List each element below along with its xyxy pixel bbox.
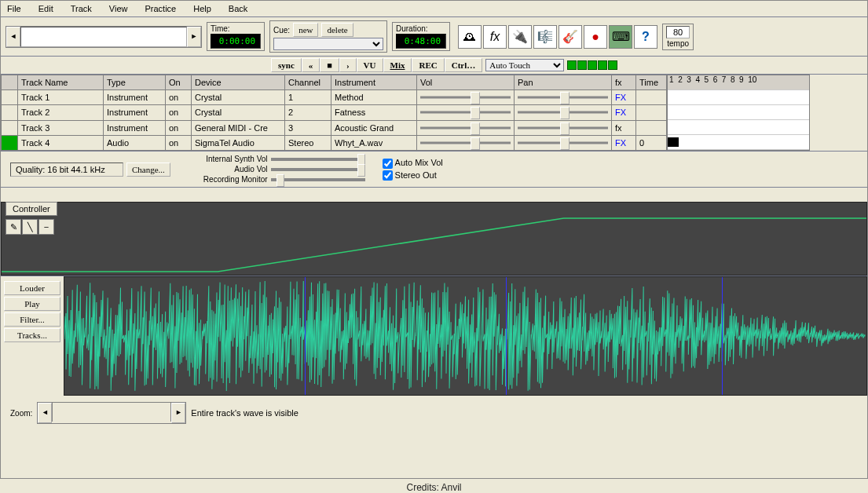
zoom-status: Entire track's wave is visible <box>191 408 298 418</box>
zoom-left-icon[interactable]: ◄ <box>38 403 52 423</box>
col-trackname[interactable]: Track Name <box>18 75 104 90</box>
automation-mode-select[interactable]: Auto Touch <box>485 59 564 71</box>
controller-canvas[interactable] <box>1 202 867 276</box>
timeline-miniview[interactable]: 1 2 3 4 5 6 7 8 9 10 <box>667 75 810 151</box>
erase-tool-icon[interactable]: − <box>38 219 54 235</box>
track-grid: Track Name Type On Device Channel Instru… <box>1 75 667 151</box>
internal-vol-label: Internal Synth Vol <box>206 155 267 163</box>
track-row[interactable]: Track 3InstrumentonGeneral MIDI - Cre3Ac… <box>2 120 667 135</box>
zoom-scrollbar[interactable]: ◄ ► <box>37 402 186 424</box>
col-instrument[interactable]: Instrument <box>331 75 417 90</box>
time-panel: Time: 0:00:00 <box>207 22 265 51</box>
rec-button[interactable]: REC <box>412 58 444 72</box>
sync-button[interactable]: sync <box>271 58 302 72</box>
automix-checkbox[interactable]: Auto Mix Vol <box>383 158 443 169</box>
col-pan[interactable]: Pan <box>515 75 612 90</box>
keyboard-icon[interactable]: ⌨ <box>609 25 632 49</box>
internal-vol-slider[interactable] <box>271 158 365 161</box>
rewind-button[interactable]: « <box>302 58 320 72</box>
quality-display: Quality: 16 bit 44.1 kHz <box>10 163 123 177</box>
fx-icon[interactable]: fx <box>483 25 507 49</box>
zoom-bar: Zoom: ◄ ► Entire track's wave is visible <box>1 396 867 430</box>
track-grid-area: Track Name Type On Device Channel Instru… <box>1 75 867 152</box>
cue-delete-button[interactable]: delete <box>321 23 353 37</box>
duration-label: Duration: <box>396 24 446 33</box>
stop-button[interactable]: ■ <box>320 58 339 72</box>
filter-button[interactable]: Filter... <box>4 312 60 327</box>
col-vol[interactable]: Vol <box>417 75 515 90</box>
menu-view[interactable]: View <box>106 2 131 15</box>
tempo-panel: 80 tempo <box>662 24 694 50</box>
credits-text: Credits: Anvil <box>0 479 868 493</box>
tempo-label: tempo <box>667 39 689 48</box>
menu-back[interactable]: Back <box>225 2 251 15</box>
zoom-label: Zoom: <box>10 409 32 418</box>
recmon-label: Recording Monitor <box>203 175 268 184</box>
cue-panel: Cue: new delete <box>269 20 387 53</box>
plug-icon[interactable]: 🔌 <box>508 25 532 49</box>
louder-button[interactable]: Louder <box>4 281 60 295</box>
col-fx[interactable]: fx <box>612 75 636 90</box>
vu-button[interactable]: VU <box>357 58 383 72</box>
mix-button[interactable]: Mix <box>383 58 412 72</box>
record-icon[interactable]: ● <box>584 25 607 49</box>
waveform-display[interactable] <box>64 276 867 396</box>
controller-tab[interactable]: Controller <box>5 202 57 216</box>
track-row[interactable]: Track 2InstrumentonCrystal2FatnessFX <box>2 105 667 120</box>
scroll-right-icon[interactable]: ► <box>187 27 201 47</box>
col-time[interactable]: Time <box>636 75 667 90</box>
duration-display: 0:48:00 <box>396 34 446 49</box>
pencil-tool-icon[interactable]: ✎ <box>5 219 21 235</box>
transport-bar: sync « ■ › VU Mix REC Ctrl… Auto Touch <box>1 57 867 75</box>
menubar: File Edit Track View Practice Help Back <box>1 1 867 17</box>
guitar-icon[interactable]: 🎸 <box>559 25 582 49</box>
track-header-row: Track Name Type On Device Channel Instru… <box>2 75 667 90</box>
play-button-wave[interactable]: Play <box>4 297 60 311</box>
waveform-panel: Louder Play Filter... Tracks... <box>1 276 867 396</box>
cue-new-button[interactable]: new <box>293 23 318 37</box>
menu-help[interactable]: Help <box>190 2 214 15</box>
time-label: Time: <box>211 24 261 33</box>
timeline-ruler: 1 2 3 4 5 6 7 8 9 10 <box>668 75 809 90</box>
menu-file[interactable]: File <box>4 2 24 15</box>
metronome-icon[interactable]: 🕰 <box>458 25 482 49</box>
menu-track[interactable]: Track <box>68 2 95 15</box>
stereo-checkbox[interactable]: Stereo Out <box>383 170 443 181</box>
play-button[interactable]: › <box>339 58 357 72</box>
recmon-slider[interactable] <box>271 178 365 181</box>
app-window: File Edit Track View Practice Help Back … <box>0 0 868 479</box>
ctrl-button[interactable]: Ctrl… <box>445 58 483 72</box>
audio-vol-label: Audio Vol <box>234 165 267 173</box>
position-scrollbar[interactable]: ◄ ► <box>5 26 202 48</box>
staff-icon[interactable]: 🎼 <box>533 25 557 49</box>
scroll-track[interactable] <box>20 27 187 47</box>
led-meter <box>567 60 617 70</box>
col-on[interactable]: On <box>166 75 192 90</box>
top-toolbar: ◄ ► Time: 0:00:00 Cue: new delete Durati… <box>1 17 867 57</box>
col-device[interactable]: Device <box>192 75 285 90</box>
tool-icons: 🕰 fx 🔌 🎼 🎸 ● ⌨ ? <box>458 25 657 49</box>
col-channel[interactable]: Channel <box>285 75 331 90</box>
cue-label: Cue: <box>273 26 290 35</box>
mixer-controls: Quality: 16 bit 44.1 kHz Change... Inter… <box>1 152 867 188</box>
menu-practice[interactable]: Practice <box>141 2 179 15</box>
controller-panel: Controller ✎ ╲ − <box>1 202 867 276</box>
duration-panel: Duration: 0:48:00 <box>392 22 450 51</box>
audio-vol-slider[interactable] <box>271 168 365 171</box>
help-icon[interactable]: ? <box>634 25 657 49</box>
cue-select[interactable] <box>273 38 383 50</box>
col-type[interactable]: Type <box>104 75 166 90</box>
tracks-button[interactable]: Tracks... <box>4 328 60 342</box>
tempo-value[interactable]: 80 <box>666 26 690 38</box>
quality-change-button[interactable]: Change... <box>126 163 170 177</box>
track-row[interactable]: Track 4AudioonSigmaTel AudioStereoWhyt_A… <box>2 135 667 150</box>
time-display: 0:00:00 <box>211 34 261 49</box>
scroll-left-icon[interactable]: ◄ <box>6 27 20 47</box>
menu-edit[interactable]: Edit <box>35 2 57 15</box>
track-row[interactable]: Track 1InstrumentonCrystal1MethodFX <box>2 90 667 105</box>
zoom-right-icon[interactable]: ► <box>171 403 185 423</box>
line-tool-icon[interactable]: ╲ <box>22 219 38 235</box>
